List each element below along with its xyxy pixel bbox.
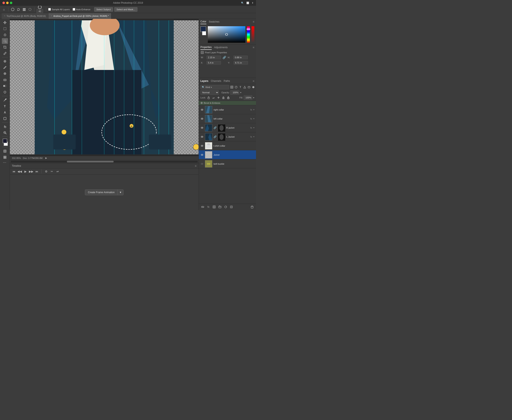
filter-toggle[interactable]: [252, 86, 254, 88]
opacity-spectrum[interactable]: [251, 26, 254, 43]
frame-tool[interactable]: [2, 154, 8, 160]
tab-close-2[interactable]: ×: [51, 15, 52, 17]
dodge-tool[interactable]: [2, 89, 8, 95]
tab-channels[interactable]: Channels: [211, 80, 221, 82]
tab-properties[interactable]: Properties: [200, 45, 212, 50]
zoom-tool[interactable]: [2, 130, 8, 135]
window-icon[interactable]: ⬜: [246, 2, 249, 4]
layer-fx-left-collar[interactable]: fx: [250, 118, 252, 120]
quick-select-tool[interactable]: [2, 38, 8, 44]
layer-visibility-l-jacket[interactable]: [200, 135, 204, 138]
type-tool[interactable]: T: [2, 103, 8, 109]
filter-smart-icon[interactable]: [247, 85, 251, 89]
layer-expand-l-jacket[interactable]: ▾: [253, 135, 254, 138]
foreground-color[interactable]: [3, 139, 7, 143]
lasso-tool-icon[interactable]: [16, 7, 21, 12]
crop-tool[interactable]: [2, 44, 8, 50]
layer-expand-right-collar[interactable]: ▾: [253, 108, 254, 111]
refine-edge-icon[interactable]: [28, 7, 32, 12]
layer-item-joiner[interactable]: Joiner: [199, 150, 256, 159]
layer-item-l-jacket[interactable]: 🔗 L Jacket fx ▾: [199, 132, 256, 141]
scrollbar-thumb[interactable]: [67, 161, 114, 162]
layer-expand-left-collar[interactable]: ▾: [253, 118, 254, 120]
home-button[interactable]: ⌂: [2, 7, 6, 12]
create-new-layer-button[interactable]: [229, 205, 234, 209]
layer-item-belt-buckle[interactable]: belt buckle: [199, 159, 256, 168]
lock-all[interactable]: [226, 96, 230, 100]
layers-filter[interactable]: 🔍 Kind ▾: [200, 85, 229, 90]
blend-mode-select[interactable]: Normal: [200, 90, 219, 95]
y-input[interactable]: [234, 61, 248, 65]
maximize-button[interactable]: [10, 2, 12, 4]
filter-dropdown-arrow[interactable]: ▾: [211, 86, 212, 88]
auto-enhance-checkbox[interactable]: Auto-Enhance: [73, 8, 90, 11]
move-tool[interactable]: [2, 20, 8, 25]
tab-swatches[interactable]: Swatches: [209, 20, 219, 24]
filter-shape-icon[interactable]: [243, 85, 247, 89]
filter-adjustment-icon[interactable]: [234, 85, 238, 89]
properties-panel-menu[interactable]: ≡: [253, 46, 254, 49]
layer-item-left-collar[interactable]: left collar fx ▾: [199, 114, 256, 123]
select-subject-button[interactable]: Select Subject: [94, 7, 113, 12]
spot-heal-tool[interactable]: [2, 59, 8, 64]
search-icon[interactable]: 🔍: [241, 2, 244, 4]
color-panel-menu[interactable]: ≡: [253, 20, 254, 23]
select-mask-button[interactable]: Select and Mask...: [114, 7, 137, 12]
brush-tool[interactable]: [2, 65, 8, 70]
shape-tool[interactable]: [2, 116, 8, 121]
add-fx-button[interactable]: fx: [206, 205, 211, 209]
link-layers-button[interactable]: [200, 205, 205, 209]
tab-layers[interactable]: Layers: [200, 80, 208, 82]
layer-visibility-tshirt-collar[interactable]: [200, 144, 204, 147]
layer-fx-l-jacket[interactable]: fx: [250, 135, 252, 138]
background-color-preview[interactable]: [202, 31, 206, 35]
path-select-tool[interactable]: [2, 110, 8, 115]
layer-visibility-left-collar[interactable]: [200, 117, 204, 120]
x-input[interactable]: [207, 61, 221, 65]
convert-button[interactable]: ⇌: [56, 169, 60, 173]
marquee-rect-tool[interactable]: [2, 26, 8, 32]
tab-toychica[interactable]: × ToyChica.psd @ 463% (Body, RGB/16): [2, 13, 48, 19]
close-button[interactable]: [2, 2, 5, 4]
brush-tool-icon[interactable]: [10, 7, 15, 12]
status-nav-arrow[interactable]: ▶: [45, 157, 47, 159]
layer-item-tshirt-collar[interactable]: t-shirt collar: [199, 141, 256, 150]
width-input[interactable]: [207, 56, 221, 59]
minimize-button[interactable]: [6, 2, 9, 4]
lock-transparent-pixels[interactable]: [207, 96, 211, 100]
color-gradient-field[interactable]: [208, 26, 245, 43]
edit-mask-icon[interactable]: [2, 148, 8, 154]
delete-layer-button[interactable]: [250, 205, 254, 209]
create-adjustment-button[interactable]: [223, 205, 228, 209]
pen-tool[interactable]: [2, 97, 8, 103]
share-icon[interactable]: ⬆: [252, 2, 254, 4]
fill-input[interactable]: [244, 95, 252, 100]
add-mask-button[interactable]: [212, 205, 216, 209]
link-proportions-icon[interactable]: 🔗: [223, 56, 226, 59]
lasso-tool[interactable]: [2, 32, 8, 38]
layer-item-r-jacket[interactable]: 🔗 R jacket fx ▾: [199, 123, 256, 132]
height-input[interactable]: [233, 56, 248, 59]
brush-size-input[interactable]: 40: [37, 9, 43, 14]
create-frame-animation-button[interactable]: Create Frame Animation ▼: [85, 189, 124, 195]
last-frame-button[interactable]: ⏭: [35, 169, 39, 173]
lock-artboards[interactable]: [221, 96, 226, 100]
group-visibility-icon[interactable]: [200, 102, 203, 104]
layers-panel-menu[interactable]: ≡: [253, 79, 254, 83]
layer-expand-r-jacket[interactable]: ▾: [253, 127, 254, 129]
first-frame-button[interactable]: ⏮: [12, 169, 16, 173]
layer-item-right-collar[interactable]: right collar fx ▾: [199, 105, 256, 114]
next-frame-button[interactable]: ▶▶: [29, 169, 33, 173]
layer-fx-right-collar[interactable]: fx: [250, 108, 252, 111]
tab-andrea[interactable]: × Andrea_Puppet-at-Desk.psd @ 333% (Join…: [48, 13, 111, 19]
tab-paths[interactable]: Paths: [224, 80, 230, 82]
gradient-tool[interactable]: [2, 83, 8, 89]
layer-visibility-r-jacket[interactable]: [200, 126, 204, 129]
fill-dropdown[interactable]: ▾: [253, 96, 254, 99]
layer-visibility-belt-buckle[interactable]: [200, 162, 204, 165]
hand-tool[interactable]: [2, 124, 8, 129]
layer-visibility-joiner[interactable]: [200, 153, 204, 157]
traffic-lights[interactable]: [2, 2, 12, 4]
play-button[interactable]: ▶: [23, 169, 28, 173]
filter-type-icon[interactable]: T: [239, 85, 242, 89]
